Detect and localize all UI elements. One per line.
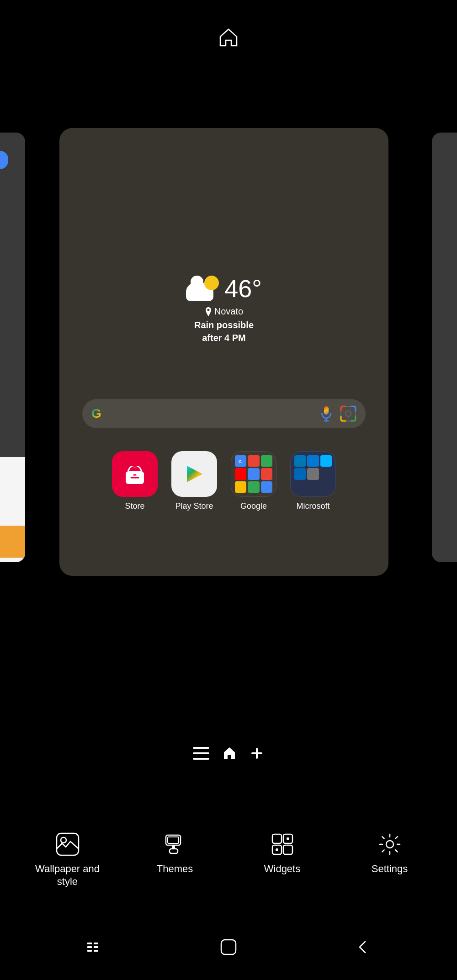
main-home-screen-card: 46° Novato Rain possible after 4 PM G bbox=[59, 128, 388, 576]
lens-search-icon[interactable] bbox=[340, 405, 356, 422]
svg-rect-9 bbox=[193, 752, 209, 754]
back-arrow-icon bbox=[353, 938, 372, 956]
location-pin-icon bbox=[205, 307, 212, 316]
google-search-bar[interactable]: G bbox=[82, 399, 366, 428]
svg-rect-27 bbox=[87, 946, 92, 948]
svg-rect-32 bbox=[221, 940, 236, 954]
svg-rect-22 bbox=[283, 845, 292, 854]
weather-description: Rain possible after 4 PM bbox=[194, 319, 254, 344]
svg-rect-28 bbox=[87, 950, 92, 952]
microsoft-folder-label: Microsoft bbox=[296, 501, 329, 511]
top-home-area bbox=[218, 27, 239, 48]
svg-rect-31 bbox=[94, 950, 98, 952]
themes-icon[interactable] bbox=[163, 832, 187, 856]
google-folder-icon[interactable]: G bbox=[231, 451, 276, 497]
voice-search-icon[interactable] bbox=[318, 405, 335, 422]
card-left-partial bbox=[0, 133, 25, 562]
weather-widget[interactable]: 46° Novato Rain possible after 4 PM bbox=[186, 274, 262, 344]
nav-home-icon bbox=[219, 938, 238, 956]
app-item-store[interactable]: Store bbox=[112, 451, 158, 511]
svg-point-5 bbox=[345, 411, 351, 416]
google-folder-label: Google bbox=[240, 501, 267, 511]
home-icon-top bbox=[218, 27, 239, 48]
weather-icon bbox=[186, 276, 219, 301]
store-bag-icon bbox=[121, 460, 149, 488]
app-item-google-folder[interactable]: G Google bbox=[231, 451, 276, 511]
nav-home-button[interactable] bbox=[218, 937, 239, 957]
svg-point-23 bbox=[287, 837, 289, 840]
add-page-icon[interactable] bbox=[250, 746, 264, 761]
menu-item-themes[interactable]: Themes bbox=[129, 832, 221, 876]
themes-menu-label: Themes bbox=[157, 863, 193, 876]
svg-point-14 bbox=[61, 837, 66, 843]
play-store-app-icon[interactable] bbox=[171, 451, 217, 497]
play-triangle-icon bbox=[181, 460, 208, 488]
app-item-play-store[interactable]: Play Store bbox=[171, 451, 217, 511]
sun-icon bbox=[204, 276, 219, 290]
svg-rect-26 bbox=[87, 943, 92, 944]
recents-button[interactable] bbox=[85, 937, 105, 957]
card-right-partial bbox=[432, 133, 457, 562]
svg-rect-10 bbox=[193, 758, 209, 760]
app-item-microsoft-folder[interactable]: Microsoft bbox=[290, 451, 336, 511]
settings-menu-label: Settings bbox=[372, 863, 408, 876]
wallpaper-icon[interactable] bbox=[56, 832, 80, 856]
microsoft-apps-grid bbox=[291, 452, 335, 496]
microsoft-folder-icon[interactable] bbox=[290, 451, 336, 497]
recents-icon bbox=[85, 938, 104, 956]
google-g-logo: G bbox=[91, 405, 101, 422]
svg-rect-30 bbox=[94, 946, 98, 948]
wallpaper-menu-label: Wallpaper andstyle bbox=[35, 863, 100, 889]
page-indicator-toolbar bbox=[193, 746, 264, 761]
svg-rect-12 bbox=[251, 752, 262, 754]
svg-rect-16 bbox=[168, 837, 179, 843]
card-left-yellow bbox=[0, 526, 25, 558]
svg-rect-19 bbox=[272, 834, 282, 843]
menu-item-settings[interactable]: Settings bbox=[344, 832, 436, 876]
svg-rect-4 bbox=[341, 406, 356, 421]
widgets-menu-label: Widgets bbox=[264, 863, 300, 876]
weather-row: 46° bbox=[186, 274, 262, 303]
svg-rect-29 bbox=[94, 943, 98, 944]
play-store-app-label: Play Store bbox=[175, 501, 213, 511]
weather-location: Novato bbox=[205, 306, 243, 317]
menu-item-wallpaper[interactable]: Wallpaper andstyle bbox=[22, 832, 113, 889]
settings-icon[interactable] bbox=[378, 832, 402, 856]
svg-rect-8 bbox=[193, 747, 209, 749]
svg-text:G: G bbox=[239, 459, 242, 464]
svg-rect-1 bbox=[324, 406, 329, 415]
store-app-label: Store bbox=[125, 501, 144, 511]
svg-rect-18 bbox=[170, 849, 178, 853]
location-name: Novato bbox=[214, 306, 243, 317]
store-app-icon[interactable] bbox=[112, 451, 158, 497]
svg-point-24 bbox=[276, 848, 278, 851]
menu-lines-icon bbox=[193, 747, 209, 760]
nav-bar bbox=[0, 928, 457, 966]
svg-point-25 bbox=[386, 841, 393, 848]
app-dock: Store Play Store bbox=[59, 451, 388, 511]
widgets-icon[interactable] bbox=[271, 832, 294, 856]
google-apps-grid: G bbox=[231, 452, 276, 496]
nav-back-button[interactable] bbox=[352, 937, 372, 957]
home-dot-icon[interactable] bbox=[222, 746, 237, 761]
temperature-display: 46° bbox=[224, 274, 262, 303]
bottom-edit-menu: Wallpaper andstyle Themes bbox=[0, 832, 457, 889]
menu-item-widgets[interactable]: Widgets bbox=[237, 832, 328, 876]
